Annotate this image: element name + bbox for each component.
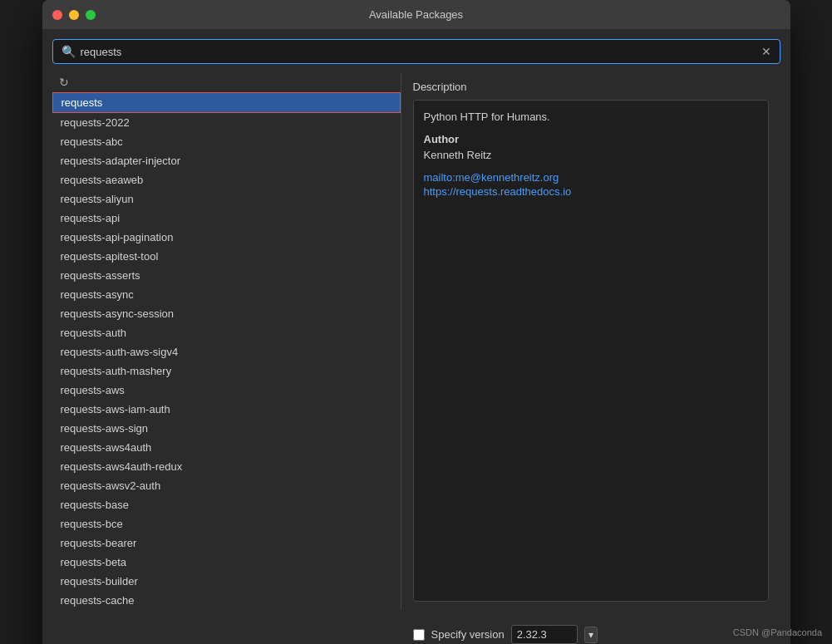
list-item[interactable]: requests-aws-sign [52, 419, 401, 438]
right-panel: Description Python HTTP for Humans. Auth… [401, 72, 780, 610]
package-list[interactable]: requestsrequests-2022requests-abcrequest… [52, 92, 401, 610]
list-item[interactable]: requests-bce [52, 514, 401, 533]
description-link-email[interactable]: mailto:me@kennethreitz.org [424, 171, 758, 184]
list-item[interactable]: requests-aeaweb [52, 170, 401, 189]
list-item[interactable]: requests-beta [52, 553, 401, 572]
list-item[interactable]: requests-aws-iam-auth [52, 400, 401, 419]
list-item[interactable]: requests-abc [52, 132, 401, 151]
description-author-name: Kenneth Reitz [424, 149, 758, 161]
list-item[interactable]: requests-2022 [52, 113, 401, 132]
list-item[interactable]: requests-aws [52, 381, 401, 400]
list-item[interactable]: requests-cache [52, 591, 401, 610]
bottom-panel: Specify version ▾ Options [52, 618, 780, 644]
close-button[interactable] [52, 10, 62, 20]
list-item[interactable]: requests-adapter-injector [52, 151, 401, 170]
list-item[interactable]: requests-api-pagination [52, 228, 401, 247]
maximize-button[interactable] [86, 10, 96, 20]
list-item[interactable]: requests-asserts [52, 266, 401, 285]
list-item[interactable]: requests-aws4auth [52, 438, 401, 457]
list-item[interactable]: requests-awsv2-auth [52, 476, 401, 495]
description-main-text: Python HTTP for Humans. [424, 111, 758, 123]
version-row: Specify version ▾ [401, 625, 780, 644]
list-item[interactable]: requests [52, 92, 401, 113]
dialog-title: Available Packages [369, 8, 463, 21]
version-input[interactable] [511, 625, 578, 644]
dialog-body: 🔍 ✕ ↻ requestsrequests-2022requests-abcr… [42, 29, 790, 644]
list-item[interactable]: requests-base [52, 495, 401, 514]
version-label: Specify version [431, 628, 505, 641]
list-item[interactable]: requests-async-session [52, 304, 401, 323]
search-input[interactable] [81, 46, 756, 58]
watermark: CSDN @Pandaconda [733, 627, 790, 637]
list-item[interactable]: requests-aws4auth-redux [52, 457, 401, 476]
title-bar: Available Packages [42, 0, 790, 29]
available-packages-dialog: Available Packages 🔍 ✕ ↻ requestsrequest… [42, 0, 790, 644]
list-item[interactable]: requests-auth-mashery [52, 361, 401, 381]
description-label: Description [413, 81, 769, 93]
left-panel: ↻ requestsrequests-2022requests-abcreque… [52, 72, 401, 610]
description-link-docs[interactable]: https://requests.readthedocs.io [424, 185, 758, 198]
list-item[interactable]: requests-api [52, 209, 401, 228]
refresh-icon[interactable]: ↻ [59, 76, 69, 89]
main-content: ↻ requestsrequests-2022requests-abcreque… [52, 72, 780, 610]
list-item[interactable]: requests-async [52, 285, 401, 304]
search-bar: 🔍 ✕ [52, 39, 780, 64]
description-author-label: Author [424, 133, 758, 145]
refresh-row: ↻ [52, 72, 401, 92]
list-item[interactable]: requests-auth [52, 323, 401, 342]
list-item[interactable]: requests-auth-aws-sigv4 [52, 342, 401, 361]
version-dropdown-arrow[interactable]: ▾ [584, 627, 598, 643]
search-icon: 🔍 [62, 45, 76, 58]
window-controls [52, 10, 96, 20]
list-item[interactable]: requests-aliyun [52, 189, 401, 209]
list-item[interactable]: requests-apitest-tool [52, 247, 401, 266]
search-clear-button[interactable]: ✕ [761, 45, 771, 58]
list-item[interactable]: requests-builder [52, 572, 401, 591]
minimize-button[interactable] [69, 10, 79, 20]
description-content: Python HTTP for Humans. Author Kenneth R… [413, 100, 769, 602]
version-checkbox[interactable] [413, 629, 425, 641]
list-item[interactable]: requests-bearer [52, 533, 401, 553]
